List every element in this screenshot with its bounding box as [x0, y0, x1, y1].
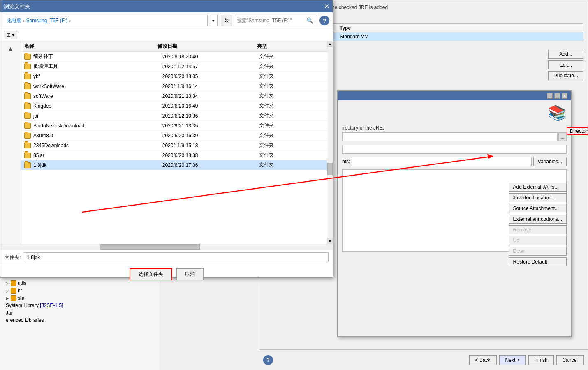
filename-input[interactable]: [24, 252, 329, 262]
wizard-footer: ? < Back Next > Finish Cancel: [259, 349, 588, 370]
file-browser-dialog: 浏览文件夹 ✕ 此电脑 › Samsung_T5F (F:) › ▾ ↻ 🔍 ?…: [0, 0, 333, 278]
file-list-with-scroll: 名称 修改日期 类型 绩效补丁2020/8/18 20:40文件夹反编译工具20…: [21, 41, 333, 244]
source-attachment-button[interactable]: Source Attachment...: [509, 204, 567, 213]
nav-sep-1: ›: [23, 18, 25, 23]
file-name-10: 85jar: [33, 153, 162, 158]
file-row-0[interactable]: 绩效补丁2020/8/18 20:40文件夹: [21, 52, 327, 62]
file-row-3[interactable]: workSoftWare2020/11/9 16:14文件夹: [21, 81, 327, 91]
file-row-1[interactable]: 反编译工具2020/11/2 14:57文件夹: [21, 62, 327, 72]
file-row-4[interactable]: softWare2020/9/21 13:34文件夹: [21, 91, 327, 101]
search-box: 🔍: [234, 15, 316, 26]
file-row-9[interactable]: 2345Downloads2020/11/9 15:18文件夹: [21, 141, 327, 150]
file-date-3: 2020/11/9 16:14: [162, 83, 259, 89]
add-external-jars-button[interactable]: Add External JARs...: [509, 183, 567, 192]
restore-button[interactable]: □: [554, 93, 560, 99]
tree-item-erenced-libraries-label: erenced Libraries: [6, 317, 44, 323]
tree-item-shr-label: shr: [18, 295, 25, 301]
file-row-10[interactable]: 85jar2020/6/20 18:38文件夹: [21, 150, 327, 160]
vm-args-input[interactable]: [352, 157, 532, 166]
jre-home-mini-btn[interactable]: …: [558, 132, 567, 141]
nav-path-pc[interactable]: 此电脑: [7, 17, 21, 24]
cancel-folder-button[interactable]: 取消: [176, 268, 204, 280]
edit-jre-home-label: irectory of the JRE.: [342, 125, 567, 131]
col-header-name: 名称: [24, 43, 157, 50]
scroll-up-btn[interactable]: ▲: [327, 41, 333, 47]
jre-name-input[interactable]: [342, 145, 567, 154]
file-browser-close-button[interactable]: ✕: [324, 2, 329, 10]
jre-home-input[interactable]: [342, 132, 558, 141]
file-date-1: 2020/11/2 14:57: [162, 64, 259, 69]
tree-item-system-library[interactable]: System Library [J2SE-1.5]: [4, 302, 160, 309]
file-row-2[interactable]: ybf2020/6/20 18:05文件夹: [21, 72, 327, 81]
file-row-5[interactable]: Kingdee2020/6/20 16:40文件夹: [21, 101, 327, 111]
directory-button[interactable]: Directory...: [567, 127, 588, 135]
up-button[interactable]: Up: [509, 236, 567, 245]
h-scrollbar[interactable]: [0, 244, 333, 250]
file-row-6[interactable]: jar2020/6/22 10:36文件夹: [21, 111, 327, 121]
tree-item-jar[interactable]: Jar: [4, 309, 160, 317]
down-button[interactable]: Down: [509, 247, 567, 256]
v-scrollbar[interactable]: ▲ ▼: [327, 41, 333, 244]
wizard-finish-button[interactable]: Finish: [528, 355, 554, 365]
file-date-11: 2020/6/20 17:36: [162, 162, 259, 168]
file-browser-titlebar: 浏览文件夹 ✕: [0, 0, 333, 12]
close-button[interactable]: ✕: [562, 93, 567, 99]
minimize-button[interactable]: _: [547, 93, 553, 99]
file-name-3: workSoftWare: [33, 83, 162, 89]
file-row-7[interactable]: BaiduNetdiskDownload2020/9/21 13:35文件夹: [21, 121, 327, 131]
nav-help-button[interactable]: ?: [319, 16, 329, 25]
wizard-cancel-button[interactable]: Cancel: [556, 355, 584, 365]
scroll-down-btn[interactable]: ▼: [327, 238, 333, 244]
edit-jre-titlebar: _ □ ✕: [338, 91, 571, 100]
filename-label: 文件夹:: [5, 254, 21, 261]
nav-dropdown-button[interactable]: ▾: [209, 15, 218, 26]
file-row-8[interactable]: Axure8.02020/6/20 16:39文件夹: [21, 131, 327, 141]
file-name-4: softWare: [33, 93, 162, 99]
file-name-8: Axure8.0: [33, 133, 162, 139]
file-browser-toolbar: ⊞ ▾: [0, 29, 333, 41]
nav-path-drive[interactable]: Samsung_T5F (F:): [26, 18, 68, 23]
select-folder-button[interactable]: 选择文件夹: [130, 268, 172, 280]
file-date-5: 2020/6/20 16:40: [162, 103, 259, 109]
edit-jre-right-buttons: Add External JARs... Javadoc Location...…: [509, 183, 567, 266]
file-type-2: 文件夹: [259, 73, 324, 80]
tree-item-shr[interactable]: ▶ shr: [4, 294, 160, 302]
remove-button[interactable]: Remove: [509, 225, 567, 234]
file-type-8: 文件夹: [259, 132, 324, 139]
folder-icon-9: [24, 143, 31, 148]
wizard-help-button[interactable]: ?: [263, 355, 273, 365]
nav-refresh-button[interactable]: ↻: [221, 15, 232, 26]
file-type-6: 文件夹: [259, 112, 324, 119]
file-name-1: 反编译工具: [33, 63, 162, 70]
file-type-4: 文件夹: [259, 92, 324, 99]
view-options-button[interactable]: ⊞ ▾: [4, 31, 17, 39]
file-type-1: 文件夹: [259, 63, 324, 70]
scroll-thumb[interactable]: [327, 163, 333, 175]
wizard-next-button[interactable]: Next >: [499, 355, 526, 365]
jre-books-icon: 📚: [548, 104, 567, 122]
edit-jre-home-row: … Directory...: [342, 132, 567, 141]
search-icon: 🔍: [306, 17, 313, 24]
file-row-11[interactable]: 1.8jdk2020/6/20 17:36文件夹: [21, 160, 327, 170]
wizard-nav-buttons: < Back Next > Finish Cancel: [469, 355, 584, 365]
tree-item-system-library-label: System Library [J2SE-1.5]: [6, 303, 63, 308]
file-type-0: 文件夹: [259, 53, 324, 60]
variables-button[interactable]: Variables...: [533, 157, 567, 166]
h-scroll-thumb[interactable]: [100, 244, 199, 250]
restore-default-button[interactable]: Restore Default: [509, 257, 567, 266]
duplicate-button[interactable]: Duplicate...: [548, 71, 583, 80]
external-annotations-button[interactable]: External annotations...: [509, 215, 567, 224]
folder-icon-11: [24, 162, 31, 168]
tree-item-hr[interactable]: ▷ hr: [4, 287, 160, 294]
edit-jre-body: 📚 irectory of the JRE. … Directory... nt…: [338, 100, 571, 259]
wizard-back-button[interactable]: < Back: [469, 355, 497, 365]
tree-up-arrow[interactable]: ▲: [7, 45, 14, 53]
tree-item-erenced-libraries[interactable]: erenced Libraries: [4, 317, 160, 324]
add-button[interactable]: Add...: [548, 50, 583, 59]
javadoc-location-button[interactable]: Javadoc Location...: [509, 193, 567, 202]
file-type-7: 文件夹: [259, 122, 324, 129]
search-input[interactable]: [237, 18, 306, 23]
edit-button[interactable]: Edit...: [548, 60, 583, 69]
system-library-version: [J2SE-1.5]: [40, 303, 63, 308]
left-tree: ▲: [0, 41, 21, 244]
